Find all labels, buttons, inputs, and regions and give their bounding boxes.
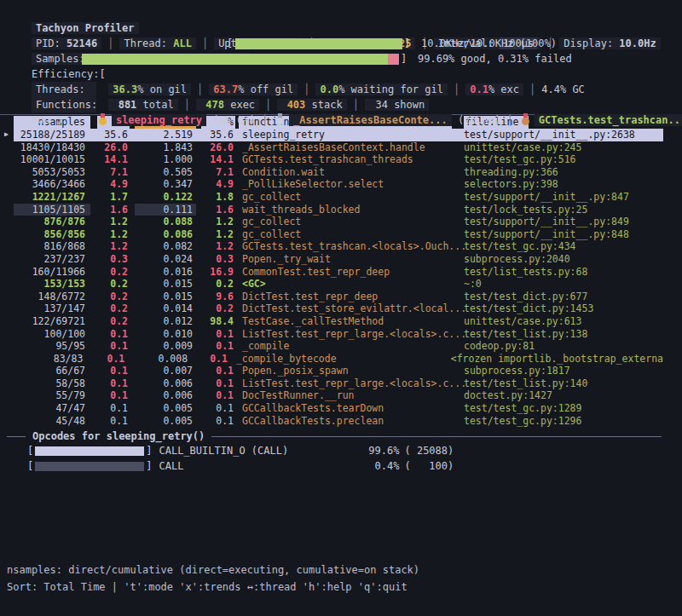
cell-percent-1: 14.1 [97,153,130,166]
table-row[interactable]: 10001/10015 14.1 1.000 14.1 GCTests.test… [0,153,682,166]
cell-percent-2: 0.1 [201,377,235,390]
table-row[interactable]: 66/67 0.1 0.007 0.1 Popen._posix_spawn s… [0,365,682,377]
selected-row-arrow-icon [0,278,14,291]
cell-percent-1: 0.2 [97,291,130,303]
table-row[interactable]: 1105/1105 1.6 0.111 1.6 wait_threads_blo… [0,204,682,216]
medal-icon [275,113,285,125]
cell-nsamples: 83/83 [14,353,88,366]
cell-percent-2: 0.1 [196,353,229,366]
table-row[interactable]: 18430/18430 26.0 1.843 26.0 _AssertRaise… [0,141,682,154]
cell-percent-2: 0.3 [201,253,235,266]
table-row[interactable]: 55/79 0.1 0.006 0.1 DocTestRunner.__run … [0,389,682,402]
table-row[interactable]: 816/868 1.2 0.082 1.2 GCTests.test_trash… [0,240,682,253]
table-row[interactable]: 1221/1267 1.7 0.122 1.8 gc_collect test/… [0,191,682,204]
cell-file-line: unittest/case.py:245 [464,141,663,154]
row-body: 153/153 0.2 0.015 0.2 <GC> ~:0 [14,278,663,291]
table-row[interactable]: 100/100 0.1 0.010 0.1 ListTest.test_repr… [0,328,682,341]
cell-function: _compile [239,340,464,353]
cell-percent-1: 1.2 [97,216,130,228]
cell-function: Popen._posix_spawn [239,365,464,377]
cell-tottime: 0.012 [135,315,196,328]
table-row[interactable]: 148/6772 0.2 0.015 9.6 DictTest.test_rep… [0,291,682,303]
cell-function: _AssertRaisesBaseContext.handle [239,141,464,154]
cell-percent-1: 7.1 [97,166,130,179]
efficiency-summary: 99.69% good, 0.31% failed [418,51,572,66]
top3-label: Top 3: [32,112,96,128]
cell-function: GCTests.test_trashcan.<locals>.Ouch... [239,240,464,253]
cell-nsamples: 5053/5053 [14,166,90,179]
selected-row-arrow-icon [0,266,14,279]
cell-percent-1: 26.0 [97,141,130,154]
cell-function: _compile_bytecode [233,353,451,366]
cell-tottime: 0.111 [135,204,196,216]
cell-percent-2: 26.0 [201,141,235,154]
selected-row-arrow-icon [0,178,14,191]
top3-line: Top 3:sleeping_retry (35.6%)│_AssertRais… [0,97,682,112]
function-table: nsamples % ▼tottime % function file:line… [0,114,682,427]
cell-nsamples: 47/47 [14,402,90,415]
cell-percent-1: 0.2 [97,302,130,315]
cell-file-line: test/test_dict.py:677 [464,291,663,303]
cell-function: GCCallbackTests.tearDown [239,402,464,415]
cell-percent-1: 0.1 [97,415,130,428]
cell-file-line: selectors.py:398 [464,178,663,191]
cell-nsamples: 25188/25189 [14,129,90,141]
opcode-bar-bracket-close: ] [146,443,152,458]
table-row[interactable]: 95/95 0.1 0.009 0.1 _compile codeop.py:8… [0,340,682,353]
opcode-count: ( 25088) [404,443,454,458]
table-row[interactable]: 3466/3466 4.9 0.347 4.9 _PollLikeSelecto… [0,178,682,191]
selected-row-arrow-icon [0,353,14,366]
cell-tottime: 0.005 [135,402,196,415]
cell-percent-1: 0.2 [97,315,130,328]
functions-line: Functions: 881 total│478 exec│403 stack│… [0,82,682,97]
selected-row-arrow-icon [0,253,14,266]
table-row[interactable]: 160/11966 0.2 0.016 16.9 CommonTest.test… [0,266,682,279]
table-row[interactable]: 876/876 1.2 0.088 1.2 gc_collect test/su… [0,216,682,228]
cell-percent-1: 0.1 [97,328,130,341]
opcode-percent: 99.6% [351,443,399,458]
selected-row-arrow-icon [0,315,14,328]
cell-nsamples: 55/79 [14,389,90,402]
table-row[interactable]: 122/69721 0.2 0.012 98.4 TestCase._callT… [0,315,682,328]
samples-line: Samples: 71038 total (10000.4/s) [ ] 10.… [0,36,682,51]
medal-icon [98,113,107,125]
table-row[interactable]: 83/83 0.1 0.008 0.1 _compile_bytecode <f… [0,353,682,366]
cell-percent-1: 0.1 [97,340,130,353]
cell-function: Condition.wait [239,166,464,179]
cell-function: gc_collect [239,228,464,241]
cell-percent-1: 0.1 [97,402,130,415]
table-row[interactable]: ▶ 25188/25189 35.6 2.519 35.6 sleeping_r… [0,129,682,141]
samples-rate-text: 10.0KHz/10.0KHz (100%) [421,36,557,51]
cell-file-line: test/support/__init__.py:847 [464,191,663,204]
opcode-count: ( 100) [404,458,454,474]
cell-tottime: 1.000 [135,153,196,166]
opcode-bar-bracket-open: [ [27,458,33,474]
cell-percent-2: 0.2 [201,302,235,315]
selected-row-arrow-icon [0,340,14,353]
opcode-percent: 0.4% [351,458,399,474]
cell-nsamples: 3466/3466 [14,178,90,191]
table-row[interactable]: 47/47 0.1 0.005 0.1 GCCallbackTests.tear… [0,402,682,415]
table-row[interactable]: 237/237 0.3 0.024 0.3 Popen._try_wait su… [0,253,682,266]
row-body: 816/868 1.2 0.082 1.2 GCTests.test_trash… [14,240,663,253]
opcode-bar [35,462,144,471]
cell-function: ListTest.test_repr_large.<locals>.c... [239,328,464,341]
cell-tottime: 0.086 [135,228,196,241]
table-row[interactable]: 45/48 0.1 0.005 0.1 GCCallbackTests.prec… [0,415,682,428]
cell-percent-2: 0.2 [201,278,235,291]
table-row[interactable]: 5053/5053 7.1 0.505 7.1 Condition.wait t… [0,166,682,179]
table-row[interactable]: 58/58 0.1 0.006 0.1 ListTest.test_repr_l… [0,377,682,390]
efficiency-line: Efficiency:[ ] 99.69% good, 0.31% failed [0,51,682,66]
table-row[interactable]: 137/147 0.2 0.014 0.2 DictTest.test_stor… [0,302,682,315]
row-body: 160/11966 0.2 0.016 16.9 CommonTest.test… [14,266,663,279]
table-row[interactable]: 856/856 1.2 0.086 1.2 gc_collect test/su… [0,228,682,241]
row-body: 3466/3466 4.9 0.347 4.9 _PollLikeSelecto… [14,178,663,191]
cell-tottime: 0.006 [135,389,196,402]
row-body: 137/147 0.2 0.014 0.2 DictTest.test_stor… [14,302,663,315]
table-row[interactable]: 153/153 0.2 0.015 0.2 <GC> ~:0 [0,278,682,291]
row-body: 66/67 0.1 0.007 0.1 Popen._posix_spawn s… [14,365,663,377]
cell-nsamples: 153/153 [14,278,90,291]
footer-legend: nsamples: direct/cumulative (direct=exec… [7,564,419,576]
selected-row-arrow-icon [0,216,14,228]
cell-tottime: 0.009 [135,340,196,353]
